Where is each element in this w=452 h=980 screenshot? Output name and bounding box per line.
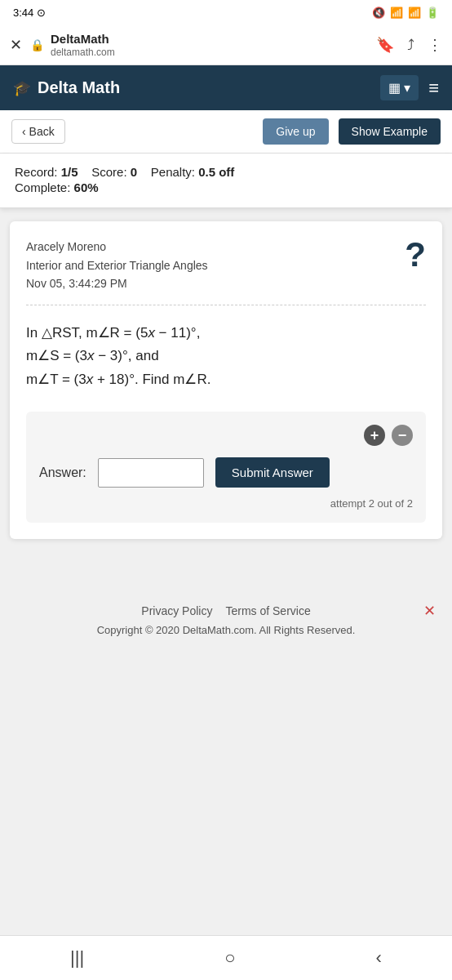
site-info: 🔒 DeltaMath deltamath.com	[30, 32, 368, 58]
penalty-value: 0.5 off	[198, 165, 234, 179]
site-name: DeltaMath	[51, 32, 115, 47]
calc-dropdown-icon: ▾	[404, 80, 410, 96]
mortarboard-icon: 🎓	[13, 79, 31, 97]
zoom-in-button[interactable]: +	[364, 425, 385, 446]
app-logo-text: Delta Math	[38, 78, 120, 97]
battery-icon: 🔋	[426, 7, 439, 19]
answer-input[interactable]	[98, 458, 204, 488]
mute-icon: 🔇	[372, 7, 385, 19]
copyright-text: Copyright © 2020 DeltaMath.com. All Righ…	[16, 624, 436, 636]
lock-icon: 🔒	[30, 38, 44, 51]
answer-label: Answer:	[39, 466, 86, 480]
status-time-group: 3:44 ⊙	[13, 7, 46, 19]
browser-bar: ✕ 🔒 DeltaMath deltamath.com 🔖 ⤴ ⋮	[0, 25, 452, 65]
terms-of-service-link[interactable]: Terms of Service	[225, 604, 310, 617]
zoom-out-button[interactable]: −	[392, 425, 413, 446]
submit-answer-button[interactable]: Submit Answer	[215, 457, 330, 488]
complete-value: 60%	[74, 180, 99, 194]
status-icons: 🔇 📶 📶 🔋	[372, 7, 439, 19]
bookmark-icon[interactable]: 🔖	[376, 36, 394, 54]
calculator-icon: ▦	[388, 80, 401, 96]
status-bar: 3:44 ⊙ 🔇 📶 📶 🔋	[0, 0, 452, 25]
site-url: deltamath.com	[51, 47, 115, 58]
site-text: DeltaMath deltamath.com	[51, 32, 115, 58]
app-header-actions: ▦ ▾ ≡	[380, 75, 439, 100]
signal-icon: 📶	[408, 7, 421, 19]
browser-actions: 🔖 ⤴ ⋮	[376, 36, 442, 54]
calculator-button[interactable]: ▦ ▾	[380, 75, 419, 100]
nav-home-button[interactable]: ○	[224, 947, 235, 969]
score-card: Record: 1/5 Score: 0 Penalty: 0.5 off Co…	[0, 154, 452, 208]
footer-close-icon[interactable]: ✕	[423, 602, 436, 620]
record-value: 1/5	[61, 165, 78, 179]
zoom-controls: + −	[39, 425, 413, 446]
score-value: 0	[131, 165, 137, 179]
student-name: Aracely Moreno	[26, 238, 208, 256]
help-icon[interactable]: ?	[405, 238, 426, 272]
give-up-button[interactable]: Give up	[263, 118, 328, 145]
answer-row: Answer: Submit Answer	[39, 457, 413, 488]
browser-close-button[interactable]: ✕	[10, 36, 22, 54]
status-time-icon: ⊙	[37, 7, 46, 19]
attempt-text: attempt 2 out of 2	[39, 497, 413, 510]
privacy-policy-link[interactable]: Privacy Policy	[141, 604, 212, 617]
question-card: Aracely Moreno Interior and Exterior Tri…	[10, 221, 442, 539]
back-button[interactable]: ‹ Back	[11, 119, 65, 144]
question-body: In △RST, m∠R = (5x − 11)°, m∠S = (3x − 3…	[26, 322, 426, 393]
nav-menu-button[interactable]: |||	[70, 947, 84, 969]
question-header: Aracely Moreno Interior and Exterior Tri…	[26, 238, 426, 305]
nav-back-button[interactable]: ‹	[376, 947, 382, 969]
share-icon[interactable]: ⤴	[407, 37, 414, 54]
footer-links: Privacy Policy Terms of Service ✕	[16, 604, 436, 617]
show-example-button[interactable]: Show Example	[339, 118, 441, 145]
topic-name: Interior and Exterior Triangle Angles	[26, 256, 208, 274]
hamburger-menu-icon[interactable]: ≡	[428, 78, 439, 99]
footer: Privacy Policy Terms of Service ✕ Copyri…	[0, 588, 452, 653]
answer-area: + − Answer: Submit Answer attempt 2 out …	[26, 412, 426, 523]
bottom-nav: ||| ○ ‹	[0, 935, 452, 980]
app-header: 🎓 Delta Math ▦ ▾ ≡	[0, 65, 452, 110]
app-logo: 🎓 Delta Math	[13, 78, 120, 97]
timestamp: Nov 05, 3:44:29 PM	[26, 274, 208, 292]
more-icon[interactable]: ⋮	[428, 36, 442, 54]
wifi-icon: 📶	[390, 7, 403, 19]
nav-row: ‹ Back Give up Show Example	[0, 110, 452, 154]
score-line-1: Record: 1/5 Score: 0 Penalty: 0.5 off	[15, 165, 437, 179]
score-line-2: Complete: 60%	[15, 180, 437, 194]
status-time: 3:44	[13, 7, 33, 19]
student-info: Aracely Moreno Interior and Exterior Tri…	[26, 238, 208, 292]
